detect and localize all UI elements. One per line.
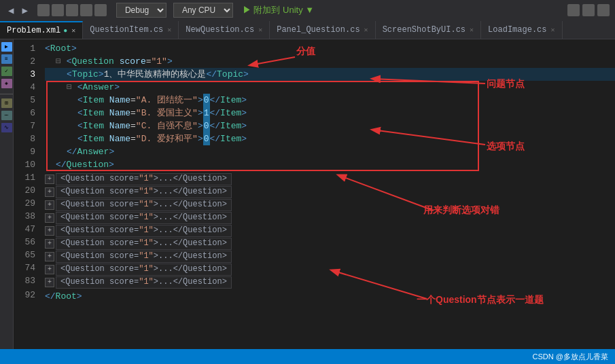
code-line-9: </Answer>	[45, 145, 615, 158]
collapsed-line-20: + <Question score="1">...</Question>	[45, 185, 615, 198]
collapsed-line-38: + <Question score="1">...</Question>	[45, 211, 615, 224]
collapsed-content: <Question score="1">...</Question>	[56, 212, 232, 224]
close-tag: </	[206, 68, 217, 81]
tab-loadimage[interactable]: LoadImage.cs ✕	[481, 21, 562, 39]
attr-name: Name	[104, 94, 130, 107]
sidebar-icon-1[interactable]: ▶	[1, 42, 12, 52]
expand-icon[interactable]: +	[45, 213, 54, 223]
debug-dropdown[interactable]: Debug	[116, 3, 166, 18]
close-tag: </	[45, 290, 56, 303]
close-icon[interactable]: ✕	[167, 26, 171, 34]
play-button[interactable]: ▶ 附加到 Unity ▼	[243, 4, 314, 16]
expand-icon[interactable]: +	[45, 175, 54, 184]
line-num: 9	[14, 145, 35, 158]
notifications-icon	[597, 4, 610, 16]
collapsed-content: <Question score="1">...</Question>	[56, 263, 232, 276]
close-icon[interactable]: ✕	[258, 26, 262, 34]
line-num: 47	[14, 223, 35, 236]
fwd-icon[interactable]: ▶	[19, 3, 30, 18]
close-icon[interactable]: ✕	[470, 26, 474, 34]
nav-controls: ◀ ▶	[5, 3, 31, 18]
close-name: Item	[220, 120, 241, 132]
collapsed-line-11: + <Question score="1">...</Question>	[45, 172, 615, 185]
sidebar-icon-3[interactable]: ✓	[1, 67, 12, 76]
line-num: 4	[14, 81, 35, 94]
eq: =	[130, 132, 136, 145]
close-name: Question	[67, 158, 109, 171]
collapsed-content: <Question score="1">...</Question>	[56, 276, 232, 289]
tag-open: <	[77, 81, 83, 94]
tab-screenshotbyui[interactable]: ScreenShotByUI.cs ✕	[376, 21, 481, 39]
tag-name: Answer	[82, 81, 114, 94]
tag-name: Root	[50, 42, 71, 55]
tag-close: >	[198, 132, 203, 145]
sidebar-icon-5[interactable]: ⊞	[1, 98, 12, 108]
tag-open: <	[77, 132, 83, 145]
line-numbers: 1 2 3 4 5 6 7 8 9 10 11 20 29 38 47 56 6…	[14, 39, 39, 364]
tab-problem-xml[interactable]: Problem.xml ● ✕	[0, 21, 83, 39]
collapsed-content: <Question score="1">...</Question>	[56, 238, 232, 250]
back-icon[interactable]: ◀	[5, 3, 16, 18]
attr-name: Name	[104, 107, 130, 120]
collapsed-line-74: + <Question score="1">...</Question>	[45, 263, 615, 276]
collapsed-line-83: + <Question score="1">...</Question>	[45, 276, 615, 289]
title-right-icons	[567, 4, 610, 16]
undo-icon	[80, 4, 92, 16]
tab-label: NewQuestion.cs	[186, 25, 254, 35]
tab-panel-question[interactable]: Panel_Question.cs ✕	[270, 21, 375, 39]
expand-icon[interactable]: +	[45, 278, 54, 287]
collapse-icon[interactable]: ⊟	[67, 81, 77, 94]
expand-icon[interactable]: +	[45, 239, 54, 249]
attr-val: "C. 自强不息"	[136, 120, 198, 132]
close-tag: </	[210, 107, 221, 120]
collapsed-line-47: + <Question score="1">...</Question>	[45, 224, 615, 237]
expand-icon[interactable]: +	[45, 226, 54, 236]
bottom-text: CSDN @多放点儿香菜	[533, 352, 608, 362]
sidebar-icon-2[interactable]: ≡	[1, 54, 12, 64]
expand-icon[interactable]: +	[45, 200, 54, 210]
eq: =	[130, 94, 136, 107]
tag-close: >	[198, 107, 203, 120]
tab-questionitem[interactable]: QuestionItem.cs ✕	[83, 21, 179, 39]
code-line-7: <Item Name="C. 自强不息">0</Item>	[45, 120, 615, 132]
code-line-5: <Item Name="A. 团结统一">0</Item>	[45, 94, 615, 107]
item-value: 0	[203, 120, 210, 132]
close-icon[interactable]: ✕	[364, 26, 368, 34]
close-icon[interactable]: ✕	[551, 26, 555, 34]
line-num: 11	[14, 171, 35, 184]
tab-dot: ●	[63, 27, 67, 35]
status-bar: CSDN @多放点儿香菜	[0, 349, 615, 364]
close-end: >	[241, 120, 247, 132]
eq: =	[130, 120, 136, 132]
attr-val: "1"	[152, 55, 167, 68]
close-name: Item	[220, 94, 241, 107]
collapse-icon[interactable]: ⊟	[56, 55, 67, 68]
close-tag: </	[56, 158, 67, 171]
tab-newquestion[interactable]: NewQuestion.cs ✕	[179, 21, 270, 39]
expand-icon[interactable]: +	[45, 252, 54, 261]
collapsed-content: <Question score="1">...</Question>	[56, 173, 232, 185]
expand-icon[interactable]: +	[45, 187, 54, 197]
tab-label: LoadImage.cs	[488, 25, 546, 35]
collapsed-content: <Question score="1">...</Question>	[56, 251, 232, 263]
expand-icon[interactable]: +	[45, 265, 54, 274]
sidebar-icon-7[interactable]: ∿	[1, 123, 12, 132]
cpu-dropdown[interactable]: Any CPU	[173, 3, 233, 18]
sidebar-icon-6[interactable]: ⋯	[1, 111, 12, 120]
close-icon[interactable]: ✕	[71, 26, 75, 35]
code-line-1: <Root>	[45, 42, 615, 55]
titlebar: ◀ ▶ Debug Any CPU ▶ 附加到 Unity ▼	[0, 0, 615, 20]
close-end: >	[109, 145, 114, 158]
code-area[interactable]: <Root> ⊟ <Question score="1"> <Topic>1、中…	[39, 39, 615, 364]
line-num: 92	[14, 289, 35, 302]
sidebar-icon-4[interactable]: ◈	[1, 79, 12, 88]
item-value: 0	[203, 132, 210, 145]
editor: 1 2 3 4 5 6 7 8 9 10 11 20 29 38 47 56 6…	[14, 39, 615, 364]
close-end: >	[241, 94, 247, 107]
text-content: 1、中华民族精神的核心是	[104, 68, 207, 81]
tag-name: Question	[71, 55, 113, 68]
collapsed-content: <Question score="1">...</Question>	[56, 199, 232, 211]
close-end: >	[77, 290, 82, 303]
tab-label: Panel_Question.cs	[277, 25, 359, 35]
tag-close: >	[99, 68, 104, 81]
